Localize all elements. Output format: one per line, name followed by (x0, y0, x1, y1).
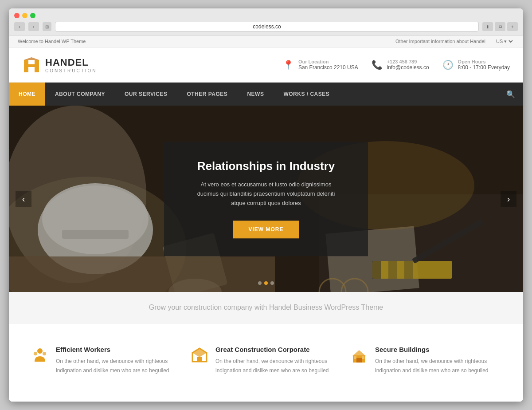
svg-point-22 (37, 348, 43, 354)
tab-button[interactable]: ⧉ (495, 22, 505, 31)
svg-point-23 (34, 352, 37, 355)
hours-value: 8:00 - 17:00 Everyday (458, 64, 510, 71)
svg-point-24 (43, 352, 46, 355)
back-button[interactable]: ‹ (14, 22, 25, 31)
buildings-icon (350, 347, 368, 368)
feature-2-desc: On the other hand, we denounce with righ… (215, 357, 332, 375)
top-bar: Welcome to Handel WP Theme Other Importa… (9, 35, 523, 47)
feature-1-title: Efficient Workers (56, 346, 173, 353)
feature-1-content: Efficient Workers On the other hand, we … (56, 346, 173, 375)
browser-window: ‹ › ⊞ codeless.co ⬆ ⧉ + Welcome to Hande… (9, 8, 523, 402)
phone-email: info@codeless.co (387, 64, 429, 71)
feature-3-title: Secure Buildings (375, 346, 492, 353)
hero-title: Relationships in Industry (191, 159, 341, 173)
phone-details: +123 456 789 info@codeless.co (387, 59, 429, 71)
svg-rect-32 (362, 356, 364, 359)
location-icon: 📍 (283, 59, 294, 70)
nav-item-home[interactable]: HOME (9, 83, 45, 106)
slider-dot-2[interactable] (264, 281, 268, 285)
location-label: Our Location (298, 59, 358, 64)
location-info: 📍 Our Location San Francisco 2210 USA (283, 59, 358, 71)
slider-dots (258, 281, 274, 285)
forward-button[interactable]: › (28, 22, 39, 31)
feature-2-title: Great Construction Corporate (215, 346, 332, 353)
minimize-button[interactable] (22, 13, 27, 18)
maximize-button[interactable] (30, 13, 35, 18)
feature-3-content: Secure Buildings On the other hand, we d… (375, 346, 492, 375)
hero-card: Relationships in Industry At vero eos et… (164, 142, 368, 256)
hero-section: Relationships in Industry At vero eos et… (9, 106, 523, 292)
hours-label: Open Hours (458, 59, 510, 64)
workers-icon (31, 347, 49, 368)
search-icon: 🔍 (506, 90, 515, 99)
corporate-icon (191, 347, 208, 368)
close-button[interactable] (14, 13, 20, 18)
location-value: San Francisco 2210 USA (298, 64, 358, 71)
svg-rect-31 (354, 356, 356, 359)
logo[interactable]: HANDEL CONSTRUCTION (22, 55, 97, 74)
language-selector[interactable]: US ▾ UK (494, 38, 514, 44)
feature-1-desc: On the other hand, we denounce with righ… (56, 357, 173, 375)
window-controls (14, 13, 518, 18)
welcome-text: Welcome to Handel WP Theme (18, 39, 86, 44)
slider-dot-1[interactable] (258, 281, 262, 285)
new-tab-button[interactable]: + (507, 22, 518, 31)
logo-subtitle: CONSTRUCTION (45, 68, 97, 73)
features-section: Efficient Workers On the other hand, we … (9, 323, 523, 402)
phone-info: 📞 +123 456 789 info@codeless.co (372, 59, 429, 71)
feature-3-desc: On the other hand, we denounce with righ… (375, 357, 492, 375)
address-bar[interactable]: codeless.co (55, 22, 479, 32)
hero-subtitle: At vero eos et accusamus et iusto odio d… (191, 180, 341, 208)
browser-chrome: ‹ › ⊞ codeless.co ⬆ ⧉ + (9, 8, 523, 35)
slider-prev-button[interactable]: ‹ (16, 191, 31, 207)
share-button[interactable]: ⬆ (482, 22, 493, 31)
header-info: 📍 Our Location San Francisco 2210 USA 📞 … (283, 59, 510, 71)
hero-cta-button[interactable]: VIEW MORE (233, 221, 298, 238)
navigation: HOME ABOUT COMPANY OUR SERVICES OTHER PA… (9, 83, 523, 106)
location-details: Our Location San Francisco 2210 USA (298, 59, 358, 71)
feature-item-3: Secure Buildings On the other hand, we d… (346, 341, 505, 379)
svg-marker-26 (192, 348, 207, 357)
logo-name: HANDEL (45, 57, 97, 68)
phone-number: +123 456 789 (387, 59, 429, 64)
top-bar-right: Other Important information about Handel… (395, 38, 514, 44)
nav-item-services[interactable]: OUR SERVICES (115, 83, 177, 106)
phone-icon: 📞 (372, 59, 383, 70)
site-header: HANDEL CONSTRUCTION 📍 Our Location San F… (9, 47, 523, 83)
slider-dot-3[interactable] (270, 281, 274, 285)
slider-next-button[interactable]: › (501, 191, 516, 207)
svg-rect-30 (356, 358, 362, 363)
nav-item-works[interactable]: WORKS / CASES (274, 83, 339, 106)
hours-info: 🕐 Open Hours 8:00 - 17:00 Everyday (442, 59, 510, 71)
tagline-text: Grow your construction company with Hand… (22, 304, 510, 311)
toolbar-actions: ⬆ ⧉ + (482, 22, 518, 31)
clock-icon: 🕐 (442, 59, 454, 70)
svg-marker-29 (352, 350, 366, 356)
search-button[interactable]: 🔍 (498, 83, 523, 106)
logo-text: HANDEL CONSTRUCTION (45, 57, 97, 73)
nav-item-news[interactable]: NEWS (237, 83, 274, 106)
svg-rect-27 (197, 357, 202, 362)
logo-icon (22, 55, 41, 74)
feature-2-content: Great Construction Corporate On the othe… (215, 346, 332, 375)
reader-button[interactable]: ⊞ (43, 22, 51, 31)
svg-marker-1 (24, 57, 39, 60)
svg-marker-0 (24, 60, 39, 72)
feature-item-1: Efficient Workers On the other hand, we … (27, 341, 186, 379)
nav-item-other[interactable]: OTHER PAGES (177, 83, 237, 106)
nav-item-about[interactable]: ABOUT COMPANY (45, 83, 115, 106)
tagline-section: Grow your construction company with Hand… (9, 292, 523, 323)
feature-item-2: Great Construction Corporate On the othe… (186, 341, 346, 379)
info-text: Other Important information about Handel (395, 39, 485, 44)
hours-details: Open Hours 8:00 - 17:00 Everyday (458, 59, 510, 71)
browser-toolbar: ‹ › ⊞ codeless.co ⬆ ⧉ + (14, 22, 518, 32)
